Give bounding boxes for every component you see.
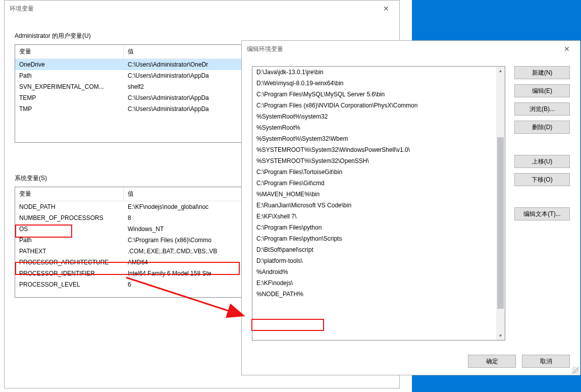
env-titlebar[interactable]: 环境变量 ✕ (5, 1, 399, 17)
edit-title: 编辑环境变量 (247, 45, 283, 53)
scroll-thumb[interactable] (497, 137, 504, 309)
list-item[interactable]: D:\platform-tools\ (252, 255, 496, 266)
list-item[interactable]: D:\Web\mysql-8.0.19-winx64\bin (252, 78, 496, 89)
scroll-up-icon[interactable]: ▲ (496, 67, 505, 75)
resize-grip-icon[interactable] (572, 367, 579, 374)
col-header-var[interactable]: 变量 (15, 45, 124, 59)
delete-button[interactable]: 删除(D) (514, 121, 570, 134)
new-button[interactable]: 新建(N) (514, 66, 570, 79)
user-vars-label: Administrator 的用户变量(U) (15, 32, 389, 40)
list-item[interactable]: D:\Java\jdk-13.0.1\jre\bin (252, 67, 496, 78)
list-item[interactable]: C:\Program Files\python\Scripts (252, 233, 496, 244)
list-item[interactable]: %SystemRoot% (252, 122, 496, 133)
var-name: PATHEXT (15, 246, 124, 257)
browse-button[interactable]: 浏览(B)... (514, 102, 570, 116)
move-up-button[interactable]: 上移(U) (514, 155, 570, 168)
list-item[interactable]: E:\KF\Xshell 7\ (252, 211, 496, 222)
var-name: SVN_EXPERIMENTAL_COM... (15, 81, 124, 92)
var-name: OS (15, 223, 124, 235)
col-header-var[interactable]: 变量 (15, 187, 124, 201)
var-name: NUMBER_OF_PROCESSORS (15, 212, 124, 223)
var-name: TEMP (15, 92, 124, 103)
list-item[interactable]: E:\RuanJian\Microsoft VS Code\bin (252, 200, 496, 211)
path-list[interactable]: D:\Java\jdk-13.0.1\jre\binD:\Web\mysql-8… (252, 66, 505, 341)
scroll-down-icon[interactable]: ▼ (496, 331, 505, 340)
list-item[interactable]: %MAVEN_HOME%\bin (252, 189, 496, 200)
list-item[interactable]: E:\KF\nodejs\ (252, 277, 496, 289)
list-item[interactable]: %NODE_PATH% (252, 289, 496, 300)
list-item[interactable]: C:\Program Files\MySQL\MySQL Server 5.6\… (252, 89, 496, 100)
var-name: NODE_PATH (15, 201, 124, 212)
move-down-button[interactable]: 下移(O) (514, 173, 570, 186)
var-name: PROCESSOR_ARCHITECTURE (15, 257, 124, 268)
var-name: Path (15, 70, 124, 81)
edit-text-button[interactable]: 编辑文本(T)... (514, 207, 570, 220)
cancel-button[interactable]: 取消 (522, 355, 570, 368)
list-item[interactable]: C:\Program Files\python (252, 222, 496, 233)
list-item[interactable]: %SystemRoot%\system32 (252, 111, 496, 122)
list-item[interactable]: %SYSTEMROOT%\System32\WindowsPowerShell\… (252, 144, 496, 155)
var-name: Path (15, 235, 124, 246)
list-item[interactable]: %SYSTEMROOT%\System32\OpenSSH\ (252, 155, 496, 166)
list-item[interactable]: D:\BtSoft\panel\script (252, 244, 496, 255)
list-item[interactable]: %Android% (252, 266, 496, 277)
ok-button[interactable]: 确定 (468, 355, 516, 368)
var-name: OneDrive (15, 59, 124, 70)
scrollbar[interactable]: ▲ ▼ (496, 67, 505, 340)
close-icon[interactable]: ✕ (559, 41, 575, 57)
env-title: 环境变量 (10, 5, 34, 13)
edit-titlebar[interactable]: 编辑环境变量 ✕ (242, 41, 580, 57)
edit-button[interactable]: 编辑(E) (514, 84, 570, 97)
list-item[interactable]: C:\Program Files (x86)\NVIDIA Corporatio… (252, 100, 496, 111)
list-item[interactable]: %SystemRoot%\System32\Wbem (252, 133, 496, 144)
var-name: PROCESSOR_LEVEL (15, 279, 124, 290)
var-name: PROCESSOR_IDENTIFIER (15, 268, 124, 279)
list-item[interactable]: C:\Program Files\TortoiseGit\bin (252, 166, 496, 178)
list-item[interactable]: C:\Program Files\Git\cmd (252, 178, 496, 189)
close-icon[interactable]: ✕ (378, 1, 394, 17)
var-name: TMP (15, 103, 124, 115)
edit-env-var-window: 编辑环境变量 ✕ D:\Java\jdk-13.0.1\jre\binD:\We… (241, 40, 580, 375)
